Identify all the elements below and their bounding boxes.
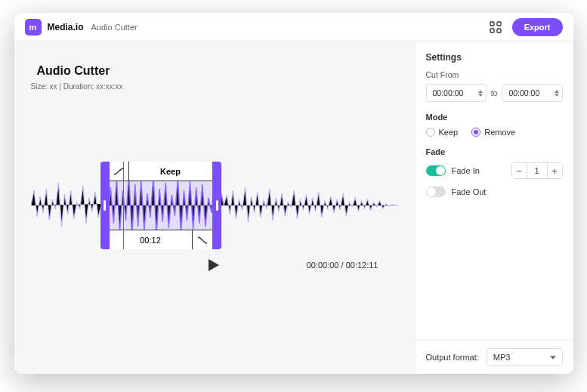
page-title: Audio Cutter (37, 64, 398, 78)
mode-remove-label: Remove (484, 128, 515, 137)
waveform-area[interactable]: Keep 00:12 (31, 168, 398, 243)
brand-name: Media.io (48, 22, 84, 32)
fade-in-value: 1 (527, 166, 547, 175)
current-time: 00:00:00 (307, 261, 339, 270)
selection-top-row: Keep (110, 162, 212, 181)
cut-start-input[interactable]: 00:00:00 (426, 84, 487, 102)
fade-out-label: Fade Out (452, 187, 487, 196)
cut-end-up-icon[interactable] (555, 90, 559, 93)
fade-in-curve-icon (110, 162, 129, 181)
output-format-select[interactable]: MP3 (487, 348, 563, 366)
fade-in-toggle[interactable] (426, 165, 446, 176)
output-format-row: Output format: MP3 (416, 340, 573, 374)
svg-rect-1 (497, 22, 501, 26)
cut-start-value: 00:00:00 (433, 88, 478, 97)
selection-time: 00:12 (110, 230, 193, 249)
fade-in-label: Fade In (452, 166, 480, 175)
radio-dot-icon (471, 128, 480, 137)
total-time: 00:12:11 (346, 261, 378, 270)
selection-label: Keep (129, 162, 212, 181)
logo-icon: m (25, 19, 42, 35)
main-panel: Audio Cutter Size: xx | Duration: xx:xx:… (14, 42, 415, 374)
file-meta: Size: xx | Duration: xx:xx:xx (31, 82, 398, 91)
fade-in-minus-button[interactable]: − (512, 163, 527, 178)
radio-dot-icon (426, 128, 435, 137)
cut-from-row: 00:00:00 to 00:00:00 (426, 84, 563, 102)
svg-rect-2 (490, 29, 494, 32)
fade-in-row: Fade In − 1 + (426, 162, 563, 179)
to-label: to (491, 88, 498, 97)
cut-end-input[interactable]: 00:00:00 (502, 84, 562, 102)
fade-out-row: Fade Out (426, 187, 563, 197)
selection-handle-right-icon[interactable] (216, 200, 218, 211)
output-format-value: MP3 (493, 353, 511, 362)
selection-handle-left-icon[interactable] (103, 200, 106, 211)
playhead[interactable] (123, 162, 124, 249)
output-format-label: Output format: (426, 353, 479, 362)
settings-title: Settings (426, 52, 563, 63)
mode-remove-radio[interactable]: Remove (471, 128, 515, 137)
fade-label: Fade (426, 147, 563, 156)
cut-end-down-icon[interactable] (555, 94, 559, 97)
chevron-down-icon (550, 356, 556, 360)
svg-rect-3 (497, 29, 501, 32)
mode-radio-group: Keep Remove (426, 128, 563, 137)
fade-out-toggle[interactable] (426, 187, 446, 197)
selection-region[interactable]: Keep 00:12 (100, 162, 221, 249)
selection-bottom-row: 00:12 (110, 230, 212, 249)
cut-from-label: Cut From (426, 70, 563, 79)
time-display: 00:00:00 / 00:12:11 (307, 261, 378, 270)
app-window: m Media.io Audio Cutter Export Audio Cut… (14, 13, 573, 374)
play-button[interactable] (205, 257, 221, 273)
cut-start-down-icon[interactable] (478, 94, 483, 97)
fade-in-stepper[interactable]: − 1 + (511, 162, 563, 179)
export-button[interactable]: Export (512, 18, 563, 36)
cut-start-up-icon[interactable] (478, 90, 483, 93)
svg-rect-0 (490, 22, 494, 26)
mode-keep-label: Keep (439, 128, 459, 137)
fade-in-plus-button[interactable]: + (547, 163, 562, 178)
header: m Media.io Audio Cutter Export (14, 13, 573, 42)
mode-label: Mode (426, 113, 563, 122)
fade-out-curve-icon (193, 230, 212, 249)
apps-grid-icon[interactable] (490, 21, 502, 33)
body: Audio Cutter Size: xx | Duration: xx:xx:… (14, 42, 573, 374)
mode-keep-radio[interactable]: Keep (426, 128, 459, 137)
cut-end-value: 00:00:00 (508, 88, 554, 97)
settings-sidebar: Settings Cut From 00:00:00 to 00:00:00 (415, 42, 573, 374)
breadcrumb: Audio Cutter (91, 23, 137, 32)
transport-row: 00:00:00 / 00:12:11 (31, 254, 398, 276)
